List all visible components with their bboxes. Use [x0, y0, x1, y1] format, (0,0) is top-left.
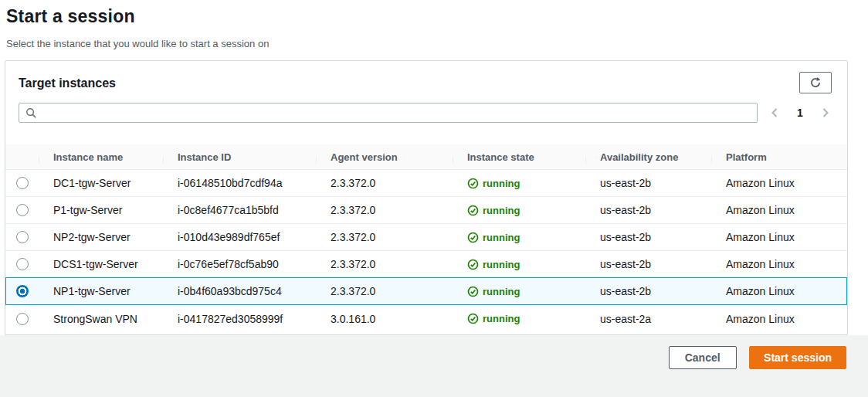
start-session-button[interactable]: Start session [749, 346, 846, 369]
target-instances-panel: Target instances [5, 60, 848, 335]
column-header-instance-state: Instance state [453, 151, 585, 163]
platform-cell: Amazon Linux [711, 258, 847, 270]
row-radio-cell [5, 204, 39, 216]
agent-version-cell: 2.3.372.0 [316, 231, 453, 243]
platform-cell: Amazon Linux [711, 204, 847, 216]
availability-zone-cell: us-east-2b [585, 285, 711, 297]
table-row[interactable]: NP2-tgw-Serveri-010d43e989df765ef2.3.372… [5, 224, 847, 251]
running-status-icon [467, 286, 479, 297]
search-box[interactable] [19, 103, 758, 123]
availability-zone-cell: us-east-2a [585, 313, 711, 325]
instance-name-cell: P1-tgw-Server [39, 204, 163, 216]
refresh-icon [809, 76, 822, 89]
instance-radio-button[interactable] [16, 204, 29, 216]
column-header-availability-zone: Availability zone [585, 151, 711, 163]
instance-radio-button[interactable] [16, 177, 29, 189]
instance-id-cell: i-0b4f60a93bcd975c4 [163, 285, 316, 297]
row-radio-cell [5, 258, 39, 270]
table-row[interactable]: DC1-tgw-Serveri-06148510bd7cdf94a2.3.372… [5, 170, 847, 197]
table-body: DC1-tgw-Serveri-06148510bd7cdf94a2.3.372… [5, 170, 847, 332]
instance-radio-button[interactable] [16, 231, 29, 243]
search-input[interactable] [42, 107, 751, 119]
running-status-icon [467, 232, 479, 243]
agent-version-cell: 3.0.161.0 [316, 313, 453, 325]
column-header-agent-version: Agent version [316, 151, 453, 163]
instance-state-cell: running [453, 178, 585, 189]
platform-cell: Amazon Linux [711, 177, 847, 189]
availability-zone-cell: us-east-2b [585, 204, 711, 216]
instance-name-cell: NP1-tgw-Server [39, 285, 163, 297]
instance-radio-button[interactable] [16, 258, 29, 270]
instance-name-cell: NP2-tgw-Server [39, 231, 163, 243]
cancel-button[interactable]: Cancel [669, 346, 737, 369]
platform-cell: Amazon Linux [711, 285, 847, 297]
panel-title: Target instances [19, 72, 116, 90]
instance-state-cell: running [453, 259, 585, 270]
pagination-current-page: 1 [797, 107, 803, 119]
availability-zone-cell: us-east-2b [585, 177, 711, 189]
instance-state-label: running [483, 259, 520, 270]
table-row[interactable]: DCS1-tgw-Serveri-0c76e5ef78cf5ab902.3.37… [5, 251, 847, 278]
instance-id-cell: i-0c8ef4677ca1b5bfd [163, 204, 316, 216]
instance-radio-button[interactable] [16, 313, 29, 325]
column-header-instance-id: Instance ID [163, 151, 316, 163]
availability-zone-cell: us-east-2b [585, 258, 711, 270]
agent-version-cell: 2.3.372.0 [316, 285, 453, 297]
instances-table: Instance nameInstance IDAgent versionIns… [5, 144, 847, 332]
pagination-next-button[interactable] [819, 106, 832, 120]
platform-cell: Amazon Linux [711, 231, 847, 243]
instance-name-cell: DCS1-tgw-Server [39, 258, 163, 270]
agent-version-cell: 2.3.372.0 [316, 204, 453, 216]
table-row[interactable]: P1-tgw-Serveri-0c8ef4677ca1b5bfd2.3.372.… [5, 197, 847, 224]
instance-state-label: running [483, 178, 520, 189]
column-header-instance-name: Instance name [39, 151, 163, 163]
running-status-icon [467, 205, 479, 216]
row-radio-cell [5, 285, 39, 297]
instance-state-cell: running [453, 205, 585, 216]
row-radio-cell [5, 231, 39, 243]
instance-id-cell: i-06148510bd7cdf94a [163, 177, 316, 189]
running-status-icon [467, 259, 479, 270]
column-header-platform: Platform [711, 151, 847, 163]
pagination: 1 [768, 106, 832, 120]
instance-id-cell: i-0417827ed3058999f [163, 313, 316, 325]
instance-id-cell: i-0c76e5ef78cf5ab90 [163, 258, 316, 270]
table-row[interactable]: StrongSwan VPNi-0417827ed3058999f3.0.161… [5, 305, 847, 332]
agent-version-cell: 2.3.372.0 [316, 177, 453, 189]
instance-radio-button[interactable] [16, 285, 29, 297]
chevron-right-icon [821, 107, 830, 118]
running-status-icon [467, 178, 479, 189]
instance-state-label: running [483, 232, 520, 243]
search-icon [25, 107, 37, 119]
availability-zone-cell: us-east-2b [585, 231, 711, 243]
instance-state-label: running [483, 205, 520, 216]
instance-state-label: running [483, 286, 520, 297]
page-subtitle: Select the instance that you would like … [6, 38, 868, 49]
instance-state-cell: running [453, 286, 585, 297]
row-radio-cell [5, 177, 39, 189]
agent-version-cell: 2.3.372.0 [316, 258, 453, 270]
instance-state-label: running [483, 313, 520, 324]
chevron-left-icon [770, 107, 779, 118]
instance-name-cell: DC1-tgw-Server [39, 177, 163, 189]
instance-id-cell: i-010d43e989df765ef [163, 231, 316, 243]
platform-cell: Amazon Linux [711, 313, 847, 325]
refresh-button[interactable] [799, 72, 832, 93]
instance-name-cell: StrongSwan VPN [39, 313, 163, 325]
table-header-row: Instance nameInstance IDAgent versionIns… [5, 144, 847, 170]
pagination-prev-button[interactable] [768, 106, 781, 120]
row-radio-cell [5, 313, 39, 325]
page-title: Start a session [6, 6, 868, 27]
footer-action-bar: Cancel Start session [0, 335, 868, 397]
table-row[interactable]: NP1-tgw-Serveri-0b4f60a93bcd975c42.3.372… [5, 277, 847, 305]
instance-state-cell: running [453, 313, 585, 324]
instance-state-cell: running [453, 232, 585, 243]
running-status-icon [467, 313, 479, 324]
page-header: Start a session Select the instance that… [0, 0, 868, 49]
